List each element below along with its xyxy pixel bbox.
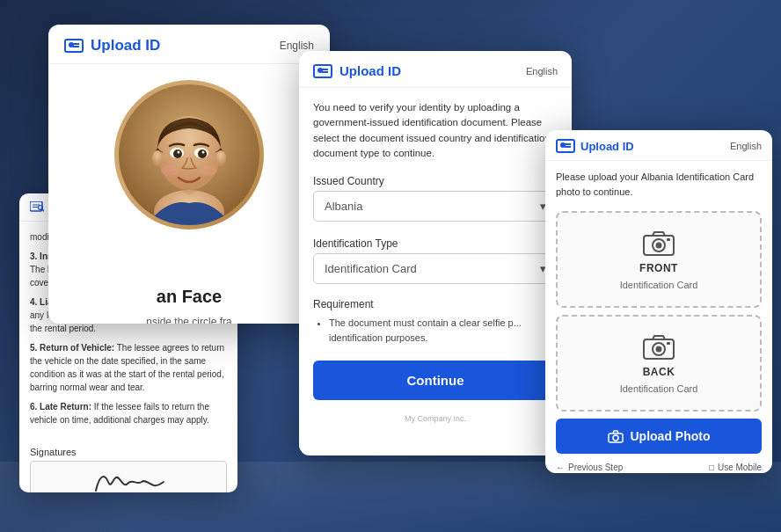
upload-photo-button[interactable]: Upload Photo — [556, 419, 762, 454]
svg-point-17 — [152, 150, 163, 166]
face-illustration — [119, 84, 259, 225]
svg-point-18 — [215, 150, 226, 166]
right-description: Please upload your Albania Identificatio… — [545, 161, 772, 206]
requirement-label: Requirement — [299, 295, 572, 316]
upload-id-mid-panel: Upload ID English You need to verify you… — [299, 51, 572, 455]
requirement-list: The document must contain a clear selfie… — [313, 316, 558, 345]
back-label: BACK — [643, 366, 675, 378]
svg-rect-22 — [667, 238, 670, 241]
signature-box[interactable] — [30, 461, 227, 492]
id-card-icon-mid — [313, 64, 332, 78]
svg-point-15 — [161, 165, 179, 176]
prev-step-button[interactable]: ← Previous Step — [556, 463, 623, 472]
back-sub: Identification Card — [620, 383, 698, 394]
front-upload-card[interactable]: FRONT Identification Card — [556, 211, 762, 308]
camera-front-icon — [642, 229, 675, 257]
face-sub: nside the circle fra — [146, 316, 231, 324]
right-footer: ← Previous Step □ Use Mobile — [545, 459, 772, 473]
svg-point-12 — [198, 149, 207, 158]
upload-id-back-panel: Upload ID English — [48, 25, 330, 324]
id-card-icon — [64, 39, 84, 53]
svg-point-11 — [173, 149, 182, 158]
upload-back-title: Upload ID — [64, 37, 160, 55]
mid-description: You need to verify your identity by uplo… — [299, 88, 572, 170]
upload-icon — [608, 429, 624, 443]
review-icon — [30, 201, 44, 214]
svg-point-25 — [656, 346, 662, 353]
upload-back-header: Upload ID English — [48, 25, 330, 64]
id-type-label: Identification Type — [299, 232, 572, 253]
id-card-icon-right — [556, 139, 575, 153]
face-label: an Face — [157, 287, 222, 307]
front-sub: Identification Card — [620, 280, 698, 290]
upload-id-right-panel: Upload ID English Please upload your Alb… — [545, 130, 772, 473]
country-label: Issued Country — [299, 170, 572, 191]
front-label: FRONT — [639, 262, 678, 274]
mid-title: Upload ID — [313, 63, 401, 78]
id-type-select[interactable]: Identification Card ▾ — [313, 253, 558, 284]
right-header: Upload ID English — [545, 130, 772, 161]
country-select[interactable]: Albania ▾ — [313, 191, 558, 222]
right-title: Upload ID — [556, 139, 634, 153]
signatures-label: Signatures — [19, 441, 237, 461]
svg-point-16 — [200, 165, 217, 176]
mid-header: Upload ID English — [299, 51, 572, 88]
face-avatar — [114, 80, 264, 230]
signature-svg — [89, 466, 168, 492]
svg-point-21 — [656, 243, 662, 249]
use-mobile-button[interactable]: □ Use Mobile — [709, 463, 762, 472]
svg-point-28 — [613, 435, 618, 441]
svg-point-14 — [202, 151, 205, 154]
mid-company: My Company Inc. — [299, 407, 572, 430]
svg-point-13 — [178, 151, 180, 154]
back-upload-card[interactable]: BACK Identification Card — [556, 315, 762, 412]
svg-rect-26 — [667, 342, 670, 345]
camera-back-icon — [642, 332, 675, 361]
continue-button[interactable]: Continue — [313, 361, 558, 400]
